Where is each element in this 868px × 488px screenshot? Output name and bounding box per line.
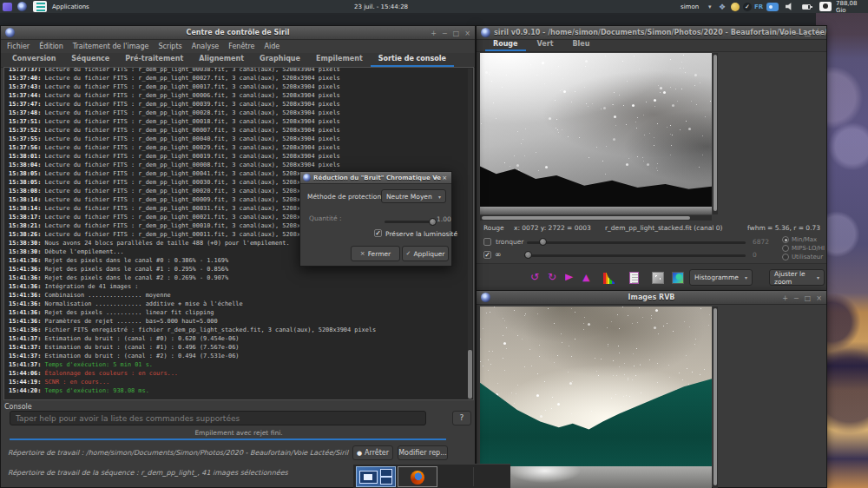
preview-vertical-scrollbar[interactable] (713, 53, 718, 214)
mirror-x-icon[interactable]: ▶ (565, 273, 573, 282)
command-help-button[interactable]: ? (452, 411, 471, 425)
truncate-checkbox[interactable] (483, 238, 491, 246)
color-preview-icon[interactable] (672, 272, 684, 284)
apply-button[interactable]: ✓ Appliquer (402, 246, 449, 261)
low-cutoff-slider[interactable] (524, 254, 746, 257)
channel-tab-vert[interactable]: Vert (529, 39, 562, 51)
screen-capture-icon[interactable] (766, 0, 779, 13)
plus-window-button[interactable]: + (433, 175, 438, 181)
red-channel-image[interactable] (480, 53, 712, 214)
mode-mips-lo-hi[interactable]: MIPS-LO/HI (782, 244, 825, 253)
menu-analyse[interactable]: Analyse (192, 43, 220, 50)
applications-menu-icon[interactable] (33, 0, 47, 13)
switcher-firefox-thumbnail[interactable] (398, 466, 437, 487)
change-directory-button[interactable]: Modifier rep... (398, 445, 448, 460)
sequence-list-icon[interactable] (629, 272, 639, 284)
scroll-thumb[interactable] (713, 55, 717, 211)
screenshot-tool-icon[interactable] (819, 0, 832, 13)
progress-status-text: Empilement avec rejet fini. (1, 429, 477, 437)
protection-method-value: Neutre Moyen (386, 193, 432, 201)
high-cutoff-slider[interactable] (527, 241, 746, 244)
mode-utilisateur[interactable]: Utilisateur (782, 253, 825, 261)
log-line: 15:37:47: Lecture du fichier FITS : r_de… (9, 100, 473, 109)
plus-window-button[interactable]: + (782, 30, 788, 37)
protection-method-dropdown[interactable]: Neutre Moyen ▾ (381, 189, 446, 203)
volume-icon[interactable] (786, 0, 795, 13)
tab-pre-traitement[interactable]: Pré-traitement (117, 52, 191, 67)
close-window-button[interactable]: × (816, 30, 822, 37)
log-scrollbar[interactable] (468, 69, 472, 399)
tab-alignement[interactable]: Alignement (191, 52, 252, 67)
amount-slider[interactable] (385, 221, 435, 223)
maximize-window-button[interactable]: □ (805, 294, 812, 302)
menu-edition[interactable]: Édition (39, 43, 63, 50)
tab-empilement[interactable]: Empilement (308, 52, 371, 67)
infinity-checkbox[interactable]: ✓ (483, 251, 491, 259)
tab-sequence[interactable]: Séquence (63, 52, 117, 67)
main-titlebar[interactable]: Centre de contrôle de Siril +−□× (1, 26, 475, 40)
channel-tab-bleu[interactable]: Bleu (564, 39, 597, 51)
username[interactable]: simon (681, 0, 699, 13)
scroll-thumb[interactable] (713, 308, 717, 485)
tab-conversion[interactable]: Conversion (4, 52, 63, 67)
maximize-window-button[interactable]: □ (453, 30, 460, 37)
grayscale-preview-icon[interactable] (652, 272, 664, 284)
close-window-button[interactable]: × (816, 294, 822, 302)
log-line: 15:41:36: Paramètres de rejet ....... ba… (9, 317, 473, 326)
menu-aide[interactable]: Aide (265, 43, 280, 50)
minimize-window-button[interactable]: − (793, 30, 799, 37)
minimize-window-button[interactable]: − (793, 294, 799, 302)
preview-titlebar[interactable]: siril v0.9.10 - /home/simon/Documents/Si… (477, 26, 826, 40)
channel-tab-bar: RougeVertBleu (477, 40, 826, 52)
battery-icon[interactable] (802, 0, 811, 13)
scroll-thumb[interactable] (468, 350, 472, 399)
menu-scripts[interactable]: Scripts (158, 43, 181, 50)
slider-handle[interactable] (524, 251, 532, 259)
show-desktop-icon[interactable] (3, 0, 14, 13)
applications-menu[interactable]: Applications (52, 0, 89, 13)
preview-horizontal-scrollbar[interactable] (480, 215, 712, 221)
rotate-cw-icon[interactable]: ↻ (548, 272, 556, 283)
rotate-ccw-icon[interactable]: ↺ (530, 272, 539, 283)
maximize-window-button[interactable]: □ (805, 30, 812, 37)
plus-window-button[interactable]: + (782, 294, 788, 302)
scroll-thumb[interactable] (482, 216, 690, 220)
status-check-icon[interactable]: ✓ (743, 0, 752, 13)
mode-min-max[interactable]: Min/Max (782, 235, 825, 244)
histogram-icon[interactable] (603, 273, 615, 284)
command-input[interactable] (10, 411, 426, 425)
rvb-image[interactable] (480, 307, 712, 488)
log-line: 15:37:52: Lecture du fichier FITS : r_de… (9, 126, 473, 135)
plus-window-button[interactable]: + (431, 30, 437, 37)
close-button[interactable]: × Fermer (351, 246, 400, 261)
chevron-down-icon[interactable]: ▾ (708, 0, 712, 13)
log-line: 15:38:01: Lecture du fichier FITS : r_de… (9, 152, 473, 161)
keyboard-layout-indicator[interactable]: FR (754, 0, 763, 13)
channel-tab-rouge[interactable]: Rouge (485, 39, 526, 51)
main-tab-bar: ConversionSéquencePré-traitementAligneme… (1, 53, 475, 68)
menu-fichier[interactable]: Fichier (7, 43, 30, 50)
rvb-vertical-scrollbar[interactable] (713, 307, 718, 488)
notification-icon[interactable] (731, 0, 740, 13)
display-mode-dropdown[interactable]: Histogramme ▾ (689, 269, 753, 286)
mirror-y-icon[interactable]: ▲ (582, 272, 589, 283)
tab-sortie-de-console[interactable]: Sortie de console (371, 52, 454, 67)
preserve-lightness-checkbox[interactable]: ✓ (374, 229, 382, 237)
dialog-titlebar[interactable]: Réduction du "Bruit" Chromatique Ve +× (300, 172, 451, 184)
menu-traitement-de-l-image[interactable]: Traitement de l'image (73, 43, 149, 50)
stop-button[interactable]: ● Arrêter (352, 445, 393, 460)
switcher-siril-thumbnail[interactable] (356, 466, 396, 487)
siril-panel-icon[interactable] (17, 0, 27, 13)
dropbox-icon[interactable]: ❖ (719, 0, 726, 13)
menu-fenetre[interactable]: Fenêtre (228, 43, 254, 50)
slider-handle[interactable] (539, 238, 547, 246)
minimize-window-button[interactable]: − (442, 30, 448, 37)
rvb-titlebar[interactable]: Images RVB +−□× (477, 291, 826, 305)
close-window-button[interactable]: × (442, 175, 447, 181)
zoom-dropdown[interactable]: Ajuster le zoom ▾ (769, 269, 825, 286)
protection-method-label: Méthode de protection : (307, 193, 385, 201)
slider-handle[interactable] (429, 218, 437, 226)
workdir-label: Répertoire de travail : (8, 449, 83, 457)
tab-graphique[interactable]: Graphique (252, 52, 308, 67)
close-window-button[interactable]: × (464, 30, 470, 37)
